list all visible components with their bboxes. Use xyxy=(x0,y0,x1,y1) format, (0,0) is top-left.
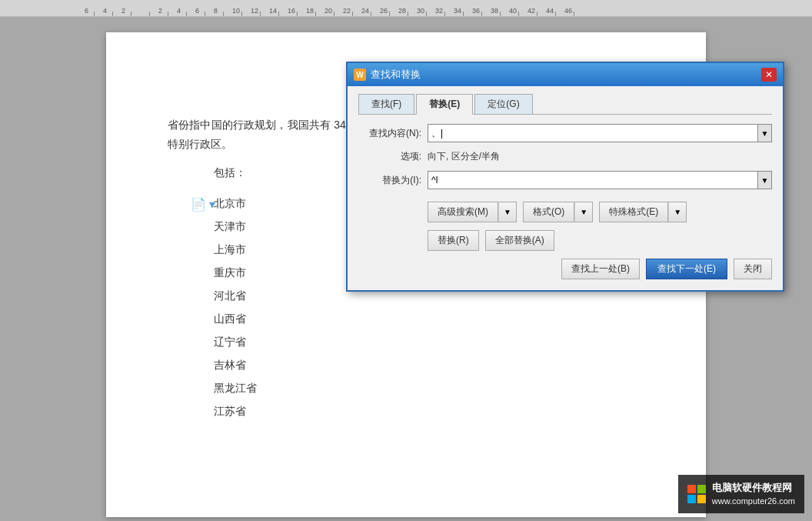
format-group: 格式(O) ▼ xyxy=(523,202,593,222)
special-format-group: 特殊格式(E) ▼ xyxy=(599,202,687,222)
dialog-title: 查找和替换 xyxy=(371,68,421,82)
app-icon: W xyxy=(354,68,366,81)
list-item: 吉林省 xyxy=(214,354,644,377)
format-dropdown[interactable]: ▼ xyxy=(574,202,593,222)
replace-dropdown-arrow[interactable]: ▼ xyxy=(758,171,772,189)
options-value: 向下, 区分全/半角 xyxy=(428,150,500,163)
tab-replace[interactable]: 替换(E) xyxy=(416,94,473,115)
list-item: 辽宁省 xyxy=(214,331,644,354)
watermark-sub-text: www.computer26.com xyxy=(712,496,795,507)
replace-row: 替换为(I): ▼ xyxy=(358,171,772,189)
find-label: 查找内容(N): xyxy=(358,127,428,140)
options-row: 选项: 向下, 区分全/半角 xyxy=(358,150,772,163)
replace-button[interactable]: 替换(R) xyxy=(428,230,479,251)
find-replace-dialog: W 查找和替换 ✕ 查找(F) 替换(E) 定位(G) 查找内容(N): ▼ 选… xyxy=(346,62,784,292)
dialog-close-button[interactable]: ✕ xyxy=(761,68,777,82)
watermark-main-text: 电脑软硬件教程网 xyxy=(712,481,795,495)
find-prev-button[interactable]: 查找上一处(B) xyxy=(561,259,640,279)
advanced-search-group: 高级搜索(M) ▼ xyxy=(428,202,517,222)
close-button[interactable]: 关闭 xyxy=(734,259,772,279)
find-content-row: 查找内容(N): ▼ xyxy=(358,124,772,142)
list-item: 黑龙江省 xyxy=(214,377,644,400)
ruler-marks: 6 4 2 2 4 6 8 10 12 14 16 18 20 22 24 26… xyxy=(0,0,583,16)
tab-find[interactable]: 查找(F) xyxy=(358,94,414,114)
advanced-search-dropdown[interactable]: ▼ xyxy=(498,202,517,222)
find-input-wrapper: ▼ xyxy=(428,124,772,142)
document-icon: 📄 ▾ xyxy=(191,197,215,212)
replace-input-wrapper: ▼ xyxy=(428,171,772,189)
replace-all-button[interactable]: 全部替换(A) xyxy=(485,230,554,251)
find-input[interactable] xyxy=(428,124,758,142)
ruler: 6 4 2 2 4 6 8 10 12 14 16 18 20 22 24 26… xyxy=(0,0,812,17)
windows-logo-icon xyxy=(687,485,706,503)
find-dropdown-arrow[interactable]: ▼ xyxy=(758,124,772,142)
dialog-body: 查找(F) 替换(E) 定位(G) 查找内容(N): ▼ 选项: 向下, 区分全… xyxy=(348,86,783,290)
list-item: 江苏省 xyxy=(214,400,644,423)
list-item: 山西省 xyxy=(214,308,644,331)
format-buttons-row: 高级搜索(M) ▼ 格式(O) ▼ 特殊格式(E) ▼ xyxy=(358,202,772,222)
replace-label: 替换为(I): xyxy=(358,174,428,187)
find-next-button[interactable]: 查找下一处(E) xyxy=(646,259,727,279)
tab-goto[interactable]: 定位(G) xyxy=(474,94,532,114)
watermark: 电脑软硬件教程网 www.computer26.com xyxy=(678,475,804,513)
replace-input[interactable] xyxy=(428,171,758,189)
dialog-tabs: 查找(F) 替换(E) 定位(G) xyxy=(358,94,772,115)
special-format-button[interactable]: 特殊格式(E) xyxy=(599,202,668,222)
dialog-titlebar: W 查找和替换 ✕ xyxy=(348,63,783,86)
replace-buttons-row: 替换(R) 全部替换(A) xyxy=(358,230,772,251)
footer-buttons-row: 查找上一处(B) 查找下一处(E) 关闭 xyxy=(358,259,772,279)
format-button[interactable]: 格式(O) xyxy=(523,202,574,222)
options-label: 选项: xyxy=(358,150,428,163)
advanced-search-button[interactable]: 高级搜索(M) xyxy=(428,202,498,222)
special-format-dropdown[interactable]: ▼ xyxy=(668,202,687,222)
